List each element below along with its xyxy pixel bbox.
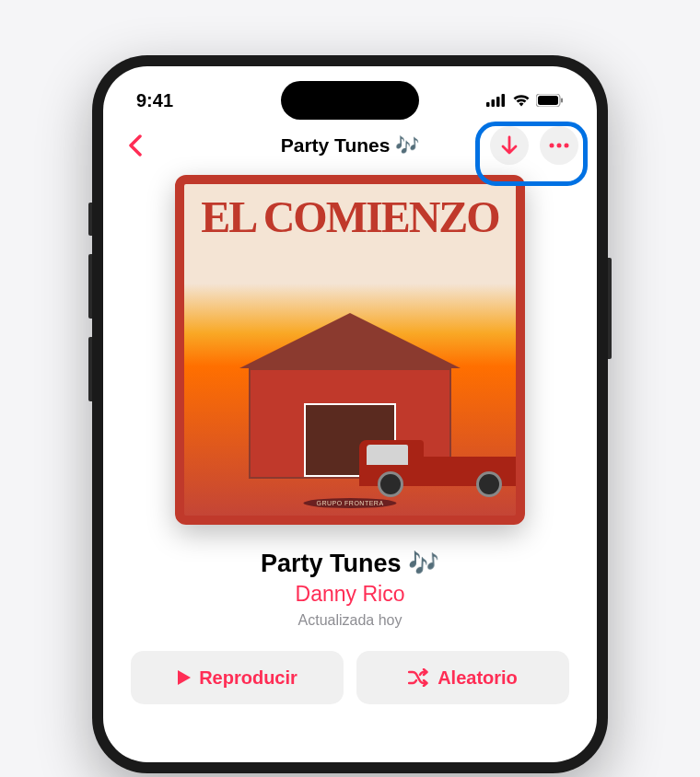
status-icons (486, 94, 564, 107)
ellipsis-icon (549, 143, 569, 148)
play-label: Reproducir (199, 667, 298, 689)
battery-icon (536, 94, 564, 107)
play-button[interactable]: Reproducir (131, 651, 344, 704)
svg-rect-3 (502, 94, 506, 107)
nav-bar: Party Tunes 🎶 (103, 118, 597, 173)
svg-point-7 (550, 144, 554, 148)
silence-switch (88, 203, 92, 236)
dynamic-island (281, 81, 419, 120)
volume-down-button (88, 337, 92, 401)
volume-up-button (88, 254, 92, 319)
action-buttons: Reproducir Aleatorio (131, 651, 569, 704)
content: EL COMIENZO GRUPO FRONTERA Party Tunes 🎶… (103, 173, 597, 704)
svg-rect-0 (486, 102, 490, 107)
svg-rect-2 (496, 97, 500, 107)
shuffle-icon (408, 668, 430, 687)
shuffle-label: Aleatorio (438, 667, 518, 689)
play-icon (177, 669, 192, 686)
shuffle-button[interactable]: Aleatorio (356, 651, 569, 704)
album-art-title: EL COMIENZO (184, 191, 516, 242)
svg-rect-1 (492, 99, 496, 107)
playlist-title: Party Tunes 🎶 (261, 549, 439, 578)
screen: 9:41 (103, 66, 597, 762)
svg-point-9 (565, 144, 569, 148)
svg-point-8 (557, 144, 562, 148)
chevron-left-icon (128, 134, 143, 157)
wifi-icon (512, 94, 531, 107)
back-button[interactable] (122, 132, 149, 159)
download-button[interactable] (490, 126, 529, 165)
more-button[interactable] (540, 126, 578, 165)
phone-side-buttons (88, 203, 92, 420)
album-artwork[interactable]: EL COMIENZO GRUPO FRONTERA (175, 175, 525, 525)
svg-rect-5 (538, 96, 558, 105)
phone-frame: 9:41 (92, 55, 608, 773)
playlist-updated: Actualizada hoy (298, 612, 402, 629)
power-button (608, 258, 612, 359)
nav-actions (490, 126, 578, 165)
download-arrow-icon (501, 135, 518, 156)
cellular-icon (486, 94, 507, 107)
playlist-artist[interactable]: Danny Rico (296, 582, 405, 607)
status-time: 9:41 (136, 90, 173, 111)
truck-graphic (359, 433, 525, 497)
nav-title: Party Tunes 🎶 (281, 134, 419, 157)
album-art-artist: GRUPO FRONTERA (303, 498, 396, 508)
svg-rect-6 (561, 99, 563, 103)
